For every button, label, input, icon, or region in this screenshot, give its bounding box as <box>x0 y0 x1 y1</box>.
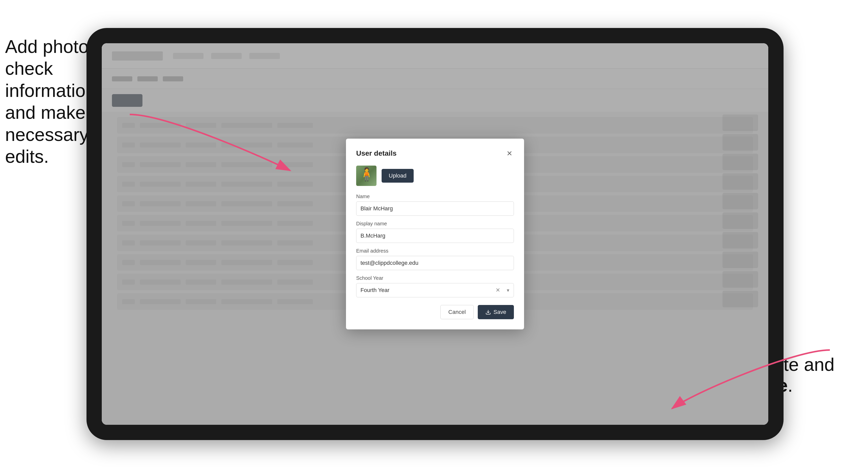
display-name-field-group: Display name <box>356 221 514 243</box>
school-year-label: School Year <box>356 275 514 281</box>
select-clear-button[interactable]: ✕ <box>495 286 501 294</box>
avatar-thumbnail <box>356 165 376 186</box>
school-year-select-wrapper: ✕ ▾ <box>356 283 514 297</box>
display-name-label: Display name <box>356 221 514 227</box>
cancel-button[interactable]: Cancel <box>440 305 473 319</box>
school-year-field-group: School Year ✕ ▾ <box>356 275 514 297</box>
modal-header: User details ✕ <box>356 149 514 158</box>
school-year-input[interactable] <box>356 283 514 297</box>
email-label: Email address <box>356 248 514 254</box>
upload-button[interactable]: Upload <box>381 169 414 183</box>
name-label: Name <box>356 193 514 199</box>
tablet-screen: User details ✕ Upload Name Display name <box>102 43 768 425</box>
annotation-right-end: . <box>787 375 793 396</box>
name-field-group: Name <box>356 193 514 216</box>
save-label: Save <box>494 309 506 315</box>
modal-overlay: User details ✕ Upload Name Display name <box>102 43 768 425</box>
display-name-input[interactable] <box>356 229 514 243</box>
user-details-modal: User details ✕ Upload Name Display name <box>346 138 524 330</box>
modal-title: User details <box>356 149 397 157</box>
select-expand-button[interactable]: ▾ <box>506 286 510 294</box>
email-input[interactable] <box>356 256 514 270</box>
email-field-group: Email address <box>356 248 514 270</box>
tablet-frame: User details ✕ Upload Name Display name <box>87 28 783 440</box>
modal-close-button[interactable]: ✕ <box>505 149 514 158</box>
save-icon <box>486 309 491 315</box>
save-button[interactable]: Save <box>478 305 514 319</box>
modal-footer: Cancel Save <box>356 305 514 319</box>
photo-section: Upload <box>356 165 514 186</box>
name-input[interactable] <box>356 201 514 216</box>
